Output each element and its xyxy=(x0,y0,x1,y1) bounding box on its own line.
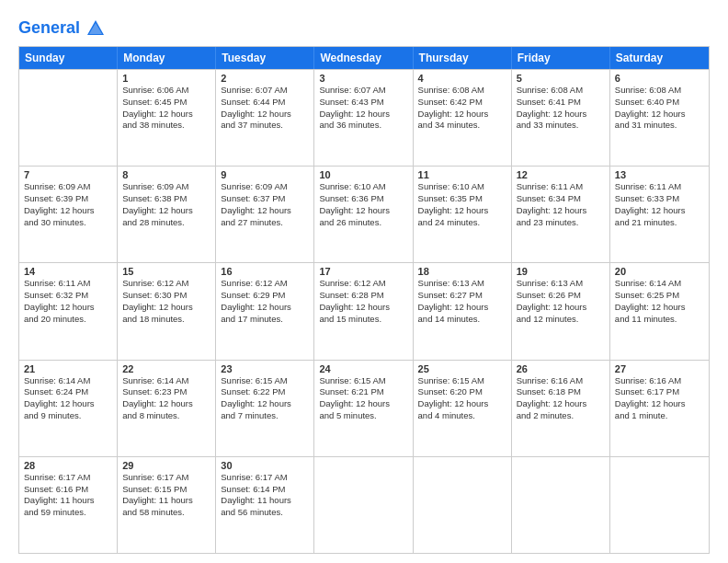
cell-line: Sunrise: 6:14 AM xyxy=(615,278,704,290)
cal-cell-6: 6Sunrise: 6:08 AMSunset: 6:40 PMDaylight… xyxy=(610,70,709,166)
cell-line: Sunrise: 6:12 AM xyxy=(319,278,407,290)
cell-line: and 18 minutes. xyxy=(122,314,210,326)
day-number: 14 xyxy=(24,266,112,277)
cal-cell-16: 16Sunrise: 6:12 AMSunset: 6:29 PMDayligh… xyxy=(216,263,314,359)
cal-cell-17: 17Sunrise: 6:12 AMSunset: 6:28 PMDayligh… xyxy=(314,263,413,359)
cal-cell-11: 11Sunrise: 6:10 AMSunset: 6:35 PMDayligh… xyxy=(414,167,512,262)
day-number: 10 xyxy=(319,169,407,180)
cal-header-wednesday: Wednesday xyxy=(314,47,413,69)
cell-line: and 12 minutes. xyxy=(517,314,605,326)
cell-line: Sunset: 6:30 PM xyxy=(122,290,210,302)
cell-line: Sunset: 6:39 PM xyxy=(24,193,112,205)
cell-line: Sunrise: 6:11 AM xyxy=(615,181,704,193)
cal-cell-4: 4Sunrise: 6:08 AMSunset: 6:42 PMDaylight… xyxy=(414,70,512,166)
cell-line: Sunset: 6:42 PM xyxy=(418,97,506,109)
cal-cell-12: 12Sunrise: 6:11 AMSunset: 6:34 PMDayligh… xyxy=(512,167,610,262)
cell-line: Daylight: 12 hours xyxy=(319,205,407,217)
cell-line: Sunrise: 6:08 AM xyxy=(615,85,704,97)
cell-line: and 20 minutes. xyxy=(24,314,112,326)
day-number: 27 xyxy=(615,363,704,374)
cell-line: Daylight: 12 hours xyxy=(319,109,407,121)
cal-cell-27: 27Sunrise: 6:16 AMSunset: 6:17 PMDayligh… xyxy=(610,361,709,456)
cell-line: Daylight: 12 hours xyxy=(418,398,506,410)
cell-line: Sunrise: 6:09 AM xyxy=(122,181,210,193)
cell-line: Sunrise: 6:14 AM xyxy=(122,375,210,387)
cell-line: Sunrise: 6:14 AM xyxy=(24,375,112,387)
cell-line: and 23 minutes. xyxy=(517,217,605,229)
cell-line: and 21 minutes. xyxy=(615,217,704,229)
header: General xyxy=(18,15,710,39)
calendar-header: SundayMondayTuesdayWednesdayThursdayFrid… xyxy=(19,47,709,69)
cell-line: and 24 minutes. xyxy=(418,217,506,229)
cell-line: Sunset: 6:45 PM xyxy=(122,97,210,109)
cell-line: Sunset: 6:15 PM xyxy=(122,484,210,496)
cal-cell-19: 19Sunrise: 6:13 AMSunset: 6:26 PMDayligh… xyxy=(512,263,610,359)
cell-line: Daylight: 12 hours xyxy=(615,302,704,314)
cell-line: and 27 minutes. xyxy=(221,217,309,229)
day-number: 15 xyxy=(122,266,210,277)
cal-cell-9: 9Sunrise: 6:09 AMSunset: 6:37 PMDaylight… xyxy=(216,167,314,262)
day-number: 26 xyxy=(517,363,605,374)
cal-header-saturday: Saturday xyxy=(610,47,709,69)
cell-line: Daylight: 12 hours xyxy=(615,398,704,410)
cell-line: Sunset: 6:14 PM xyxy=(221,484,309,496)
cell-line: and 4 minutes. xyxy=(418,410,506,422)
day-number: 29 xyxy=(122,460,210,471)
cell-line: Sunrise: 6:17 AM xyxy=(122,472,210,484)
cal-cell-1: 1Sunrise: 6:06 AMSunset: 6:45 PMDaylight… xyxy=(118,70,216,166)
cell-line: Sunrise: 6:16 AM xyxy=(615,375,704,387)
cell-line: Sunrise: 6:07 AM xyxy=(221,85,309,97)
cell-line: Daylight: 12 hours xyxy=(517,109,605,121)
cell-line: Sunrise: 6:16 AM xyxy=(517,375,605,387)
day-number: 25 xyxy=(418,363,506,374)
cell-line: Sunrise: 6:11 AM xyxy=(517,181,605,193)
cell-line: and 1 minute. xyxy=(615,410,704,422)
cell-line: and 34 minutes. xyxy=(418,120,506,132)
cell-line: and 2 minutes. xyxy=(517,410,605,422)
day-number: 28 xyxy=(24,460,112,471)
cell-line: Sunrise: 6:15 AM xyxy=(319,375,407,387)
cell-line: Daylight: 11 hours xyxy=(221,495,309,507)
cell-line: and 5 minutes. xyxy=(319,410,407,422)
cell-line: Sunset: 6:21 PM xyxy=(319,386,407,398)
cal-cell-10: 10Sunrise: 6:10 AMSunset: 6:36 PMDayligh… xyxy=(314,167,413,262)
cell-line: Daylight: 12 hours xyxy=(418,302,506,314)
cell-line: Sunset: 6:34 PM xyxy=(517,193,605,205)
cal-cell-2: 2Sunrise: 6:07 AMSunset: 6:44 PMDaylight… xyxy=(216,70,314,166)
cell-line: Sunrise: 6:12 AM xyxy=(221,278,309,290)
cell-line: Daylight: 12 hours xyxy=(24,205,112,217)
calendar: SundayMondayTuesdayWednesdayThursdayFrid… xyxy=(18,46,710,554)
cell-line: and 31 minutes. xyxy=(615,120,704,132)
cell-line: Sunrise: 6:09 AM xyxy=(24,181,112,193)
cell-line: Daylight: 12 hours xyxy=(221,302,309,314)
cal-row-0: 1Sunrise: 6:06 AMSunset: 6:45 PMDaylight… xyxy=(19,69,709,166)
cell-line: Sunset: 6:44 PM xyxy=(221,97,309,109)
cell-line: Sunrise: 6:13 AM xyxy=(517,278,605,290)
logo-text: General xyxy=(18,18,106,39)
day-number: 2 xyxy=(221,73,309,84)
cell-line: Sunrise: 6:08 AM xyxy=(418,85,506,97)
cell-line: and 7 minutes. xyxy=(221,410,309,422)
cell-line: Daylight: 12 hours xyxy=(221,109,309,121)
cell-line: Daylight: 12 hours xyxy=(615,205,704,217)
cell-line: Sunset: 6:23 PM xyxy=(122,386,210,398)
cell-line: Sunset: 6:17 PM xyxy=(615,386,704,398)
day-number: 3 xyxy=(319,73,407,84)
cal-cell-empty-4-5 xyxy=(512,457,610,553)
cell-line: Daylight: 11 hours xyxy=(122,495,210,507)
cal-row-3: 21Sunrise: 6:14 AMSunset: 6:24 PMDayligh… xyxy=(19,360,709,456)
day-number: 13 xyxy=(615,169,704,180)
cell-line: Daylight: 12 hours xyxy=(122,109,210,121)
day-number: 24 xyxy=(319,363,407,374)
day-number: 19 xyxy=(517,266,605,277)
cal-cell-28: 28Sunrise: 6:17 AMSunset: 6:16 PMDayligh… xyxy=(19,457,118,553)
cell-line: Daylight: 12 hours xyxy=(319,302,407,314)
cal-cell-29: 29Sunrise: 6:17 AMSunset: 6:15 PMDayligh… xyxy=(118,457,216,553)
cell-line: and 26 minutes. xyxy=(319,217,407,229)
day-number: 4 xyxy=(418,73,506,84)
day-number: 17 xyxy=(319,266,407,277)
cell-line: and 8 minutes. xyxy=(122,410,210,422)
cal-row-4: 28Sunrise: 6:17 AMSunset: 6:16 PMDayligh… xyxy=(19,456,709,553)
day-number: 18 xyxy=(418,266,506,277)
cal-header-monday: Monday xyxy=(118,47,216,69)
